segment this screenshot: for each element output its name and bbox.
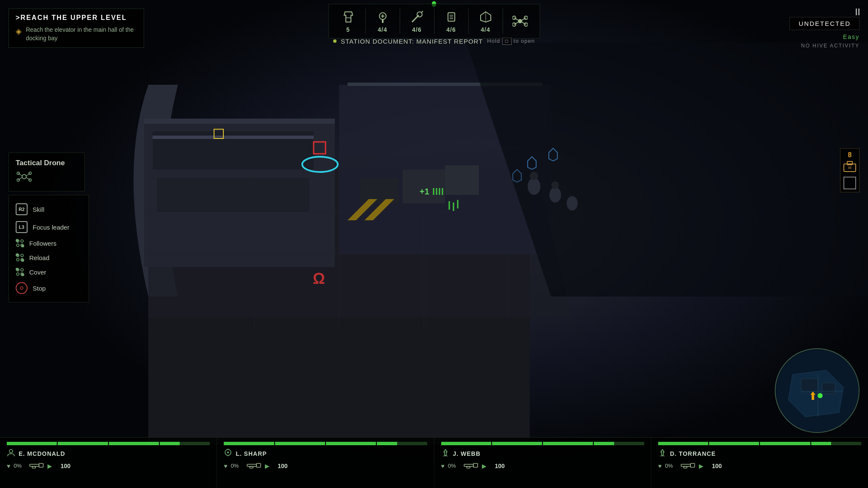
svg-rect-81 xyxy=(801,379,818,391)
torrance-class-icon xyxy=(658,449,667,458)
stop-label: Stop xyxy=(33,285,46,292)
mcdonald-health-seg-3 xyxy=(109,442,159,445)
svg-point-71 xyxy=(17,258,19,261)
bottom-hud: E. MCDONALD ♥ 0% ▶ 100 L. SHARP ♥ xyxy=(0,437,868,488)
svg-point-18 xyxy=(528,178,540,195)
mcdonald-health-seg-4 xyxy=(160,442,210,445)
xp-popup: +1 xyxy=(420,186,445,197)
objective-item: ◈ Reach the elevator in the main hall of… xyxy=(16,26,137,42)
torrance-health-seg-1 xyxy=(658,442,708,445)
action-stop[interactable]: O Stop xyxy=(16,279,82,297)
action-cover[interactable]: Cover xyxy=(16,265,82,279)
webb-health-seg-4 xyxy=(594,442,644,445)
webb-class-icon xyxy=(441,449,450,458)
action-skill[interactable]: R2 Skill xyxy=(16,200,82,218)
document-name: STATION DOCUMENT: MANIFEST REPORT xyxy=(341,38,483,45)
svg-rect-5 xyxy=(153,136,314,139)
pause-bar-1 xyxy=(856,8,857,15)
right-panel: 8 xyxy=(840,148,860,192)
webb-health-seg-1 xyxy=(441,442,491,445)
pause-indicator xyxy=(790,8,860,15)
svg-point-68 xyxy=(21,244,23,247)
sharp-name: L. SHARP xyxy=(236,450,427,457)
mcdonald-ammo: 100 xyxy=(56,463,70,469)
torrance-health-seg-2 xyxy=(709,442,759,445)
drone-unit-icon xyxy=(16,171,78,185)
torrance-health-bars xyxy=(658,442,861,445)
sharp-health-seg-1 xyxy=(224,442,274,445)
svg-rect-94 xyxy=(32,466,36,468)
sharp-hp: 0% xyxy=(231,463,243,469)
mcdonald-weapon-icon xyxy=(29,461,44,471)
action-followers[interactable]: Followers xyxy=(16,236,82,250)
inventory-icon xyxy=(843,161,857,175)
svg-rect-100 xyxy=(256,463,261,467)
svg-point-19 xyxy=(530,172,538,180)
skill-button-badge: R2 xyxy=(16,203,28,215)
xp-value: +1 xyxy=(420,187,429,197)
svg-point-72 xyxy=(21,258,23,261)
sharp-health-seg-2 xyxy=(275,442,325,445)
svg-point-20 xyxy=(549,187,561,202)
svg-point-75 xyxy=(17,273,19,275)
svg-rect-93 xyxy=(39,463,43,467)
webb-weapon-icon xyxy=(463,461,479,471)
svg-point-22 xyxy=(567,196,578,211)
torrance-health-seg-4 xyxy=(811,442,861,445)
mcdonald-hp: 0% xyxy=(14,463,25,469)
svg-rect-104 xyxy=(473,463,478,467)
mcdonald-name: E. MCDONALD xyxy=(19,450,210,457)
svg-point-70 xyxy=(21,254,23,257)
sharp-ammo-arrow: ▶ xyxy=(265,463,270,469)
pause-bar-2 xyxy=(858,8,860,15)
char-panel-mcdonald: E. MCDONALD ♥ 0% ▶ 100 xyxy=(0,438,217,488)
svg-rect-17 xyxy=(445,165,479,195)
torrance-weapon-icon xyxy=(680,461,696,471)
svg-point-76 xyxy=(21,273,23,275)
mcdonald-ammo-arrow: ▶ xyxy=(47,463,52,469)
sharp-weapon-icon xyxy=(246,461,262,471)
svg-point-66 xyxy=(21,240,23,242)
svg-rect-109 xyxy=(684,466,687,468)
svg-point-21 xyxy=(551,181,559,189)
stop-button-badge: O xyxy=(16,282,28,294)
char-panel-torrance: D. TORRANCE ♥ 0% ▶ 100 xyxy=(651,438,868,488)
drone-title: Tactical Drone xyxy=(16,159,78,167)
svg-point-69 xyxy=(17,254,19,257)
torrance-health-seg-3 xyxy=(760,442,810,445)
torrance-stats: ♥ 0% ▶ 100 xyxy=(658,461,861,471)
drone-panel: Tactical Drone xyxy=(8,152,85,191)
mcdonald-stats: ♥ 0% ▶ 100 xyxy=(7,461,210,471)
action-menu: R2 Skill L3 Focus leader Followers xyxy=(8,195,89,302)
sharp-health-seg-3 xyxy=(326,442,376,445)
torrance-hp: 0% xyxy=(665,463,677,469)
inventory-panel[interactable]: 8 xyxy=(840,148,860,192)
svg-rect-101 xyxy=(250,466,253,468)
detection-status: UNDETECTED xyxy=(790,17,860,30)
webb-row: J. WEBB xyxy=(441,449,644,458)
action-focus-leader[interactable]: L3 Focus leader xyxy=(16,218,82,236)
webb-vital-icon: ♥ xyxy=(441,463,445,469)
minimap-inner xyxy=(776,349,859,432)
svg-rect-108 xyxy=(690,463,695,467)
mcdonald-row: E. MCDONALD xyxy=(7,449,210,458)
webb-health-seg-3 xyxy=(543,442,593,445)
objective-panel: >REACH THE UPPER LEVEL ◈ Reach the eleva… xyxy=(8,8,144,48)
torrance-vital-icon: ♥ xyxy=(658,463,662,469)
torrance-ammo-arrow: ▶ xyxy=(699,463,704,469)
action-reload[interactable]: Reload xyxy=(16,250,82,265)
svg-point-85 xyxy=(818,393,823,398)
game-viewport: Ω xyxy=(0,0,868,488)
focus-leader-label: Focus leader xyxy=(33,224,70,231)
char-panel-webb: J. WEBB ♥ 0% ▶ 100 xyxy=(434,438,651,488)
svg-point-91 xyxy=(9,449,13,453)
svg-text:Ω: Ω xyxy=(313,270,325,287)
sharp-ammo: 100 xyxy=(273,463,288,469)
objective-description: Reach the elevator in the main hall of t… xyxy=(26,26,137,42)
svg-point-73 xyxy=(17,269,19,271)
sharp-row: L. SHARP xyxy=(224,449,427,458)
svg-point-74 xyxy=(21,269,23,271)
cover-button-icon xyxy=(16,268,24,276)
webb-health-seg-2 xyxy=(492,442,542,445)
minimap xyxy=(775,348,860,433)
